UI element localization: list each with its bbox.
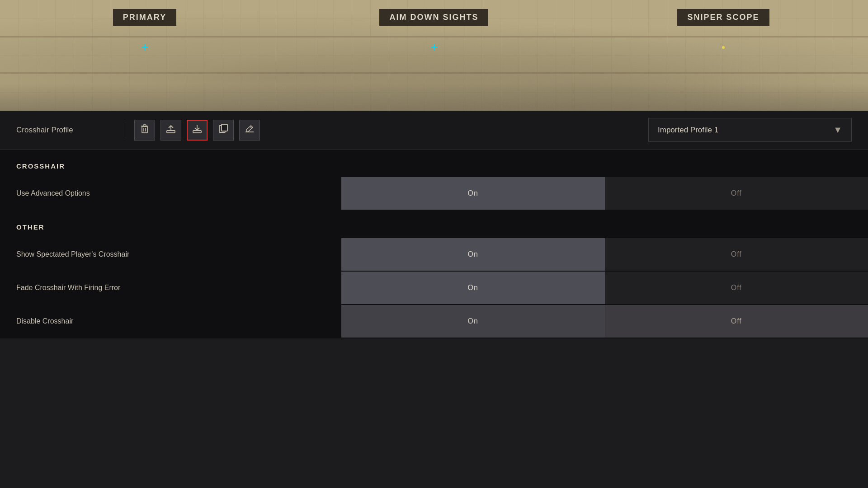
svg-line-12 — [250, 127, 252, 128]
disable-crosshair-on[interactable]: On — [341, 305, 605, 338]
rename-button[interactable] — [239, 120, 260, 141]
disable-crosshair-off[interactable]: Off — [605, 305, 868, 338]
profile-dropdown-text: Imported Profile 1 — [658, 126, 718, 135]
show-spectated-crosshair-controls: On Off — [341, 238, 868, 271]
settings-panel: Crosshair Profile — [0, 111, 868, 338]
show-spectated-crosshair-on[interactable]: On — [341, 238, 605, 271]
rename-icon — [245, 124, 255, 136]
use-advanced-options-off[interactable]: Off — [605, 177, 868, 210]
svg-rect-5 — [167, 131, 175, 133]
fade-crosshair-controls: On Off — [341, 272, 868, 304]
svg-rect-0 — [142, 127, 147, 133]
disable-crosshair-row: Disable Crosshair On Off — [0, 305, 868, 338]
svg-rect-7 — [193, 131, 201, 133]
duplicate-button[interactable] — [213, 120, 234, 141]
primary-crosshair — [139, 42, 150, 52]
show-spectated-crosshair-label: Show Spectated Player's Crosshair — [0, 238, 341, 271]
fade-crosshair-off[interactable]: Off — [605, 272, 868, 304]
ads-label: AIM DOWN SIGHTS — [379, 9, 488, 26]
use-advanced-options-on[interactable]: On — [341, 177, 605, 210]
delete-button[interactable] — [134, 120, 155, 141]
crosshair-preview-area: PRIMARY AIM DOWN SIGHTS SNIPER SCOPE — [0, 0, 868, 111]
fade-crosshair-on[interactable]: On — [341, 272, 605, 304]
upload-icon — [166, 124, 176, 136]
sniper-preview-column: SNIPER SCOPE — [579, 0, 868, 49]
svg-rect-10 — [222, 124, 227, 131]
ads-preview-column: AIM DOWN SIGHTS — [289, 0, 579, 52]
ads-crosshair — [429, 42, 439, 52]
profile-bar: Crosshair Profile — [0, 111, 868, 150]
copy-icon — [219, 124, 228, 136]
other-section-header: OTHER — [0, 211, 868, 238]
use-advanced-options-label: Use Advanced Options — [0, 177, 341, 210]
export-button[interactable] — [160, 120, 181, 141]
profile-label: Crosshair Profile — [16, 126, 116, 135]
use-advanced-options-controls: On Off — [341, 177, 868, 210]
disable-crosshair-label: Disable Crosshair — [0, 305, 341, 338]
profile-divider — [125, 122, 125, 138]
use-advanced-options-row: Use Advanced Options On Off — [0, 177, 868, 210]
sniper-crosshair — [722, 46, 725, 49]
dropdown-arrow-icon: ▼ — [833, 125, 842, 135]
delete-icon — [140, 124, 149, 136]
fade-crosshair-row: Fade Crosshair With Firing Error On Off — [0, 272, 868, 304]
download-icon — [192, 124, 202, 136]
sniper-label: SNIPER SCOPE — [677, 9, 769, 26]
fade-crosshair-label: Fade Crosshair With Firing Error — [0, 272, 341, 304]
show-spectated-crosshair-row: Show Spectated Player's Crosshair On Off — [0, 238, 868, 271]
import-button[interactable] — [187, 120, 208, 141]
mortar-line — [0, 72, 868, 74]
main-container: PRIMARY AIM DOWN SIGHTS SNIPER SCOPE Cro… — [0, 0, 868, 488]
profile-dropdown[interactable]: Imported Profile 1 ▼ — [648, 118, 852, 142]
disable-crosshair-controls: On Off — [341, 305, 868, 338]
primary-label: PRIMARY — [113, 9, 176, 26]
crosshair-section-header: CROSSHAIR — [0, 150, 868, 177]
show-spectated-crosshair-off[interactable]: Off — [605, 238, 868, 271]
crosshair-section: CROSSHAIR Use Advanced Options On Off — [0, 150, 868, 210]
other-section: OTHER Show Spectated Player's Crosshair … — [0, 211, 868, 338]
primary-preview-column: PRIMARY — [0, 0, 289, 52]
svg-rect-2 — [143, 125, 146, 126]
